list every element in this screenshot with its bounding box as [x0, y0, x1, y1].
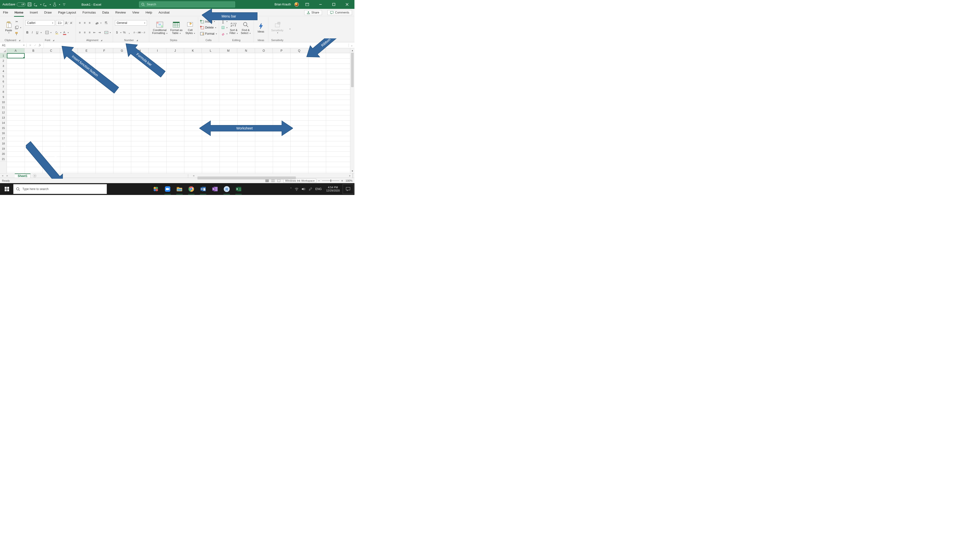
zoom-level[interactable]: 100%: [346, 179, 352, 182]
col-header-A[interactable]: A: [7, 48, 25, 53]
grow-font-icon[interactable]: A˄: [65, 21, 69, 25]
touch-icon[interactable]: [52, 2, 57, 7]
row-header-2[interactable]: 2: [0, 58, 6, 64]
tab-home[interactable]: Home: [14, 10, 24, 15]
scroll-left-icon[interactable]: ◄: [191, 174, 196, 177]
taskbar-chrome[interactable]: [186, 183, 197, 195]
user-avatar[interactable]: [294, 2, 299, 6]
vertical-scrollbar[interactable]: ▲ ▼: [350, 48, 354, 173]
wifi-icon[interactable]: [294, 187, 299, 191]
number-format-select[interactable]: General▾: [115, 20, 147, 26]
row-header-3[interactable]: 3: [0, 64, 6, 69]
copy-button[interactable]: ▾: [15, 26, 21, 30]
align-top-icon[interactable]: ≡: [78, 21, 82, 25]
decrease-decimal-icon[interactable]: .00→.0: [139, 30, 144, 34]
row-header-7[interactable]: 7: [0, 84, 6, 90]
ink-workspace-icon[interactable]: [309, 187, 312, 191]
cells-area[interactable]: [7, 53, 350, 173]
col-header-E[interactable]: E: [78, 48, 96, 53]
active-cell-a1[interactable]: [7, 53, 25, 58]
tray-chevron-icon[interactable]: ˄: [290, 187, 292, 191]
action-center-icon[interactable]: [342, 184, 354, 194]
formula-input[interactable]: [43, 42, 349, 48]
scroll-right-icon[interactable]: ►: [347, 174, 352, 177]
row-header-18[interactable]: 18: [0, 141, 6, 146]
redo-icon[interactable]: [43, 2, 48, 7]
col-header-N[interactable]: N: [237, 48, 255, 53]
column-headers[interactable]: ABCDEFGHIJKLMNOPQR: [7, 48, 350, 53]
select-all-button[interactable]: [0, 48, 7, 53]
insert-function-button[interactable]: fx: [39, 43, 41, 47]
start-button[interactable]: [1, 183, 13, 195]
row-header-17[interactable]: 17: [0, 136, 6, 141]
clear-button[interactable]: ▾: [221, 32, 227, 36]
collapse-ribbon-icon[interactable]: ⌃: [286, 28, 294, 32]
col-header-R[interactable]: R: [308, 48, 326, 53]
underline-button[interactable]: U: [35, 30, 39, 34]
vscroll-thumb[interactable]: [351, 53, 354, 87]
sort-filter-button[interactable]: AZ Sort &Filter ▾: [229, 19, 239, 37]
row-header-11[interactable]: 11: [0, 105, 6, 110]
tab-insert[interactable]: Insert: [29, 10, 38, 15]
percent-icon[interactable]: %: [122, 30, 126, 34]
row-header-19[interactable]: 19: [0, 146, 6, 151]
tab-review[interactable]: Review: [115, 10, 126, 15]
row-header-20[interactable]: 20: [0, 151, 6, 157]
expand-formula-bar-icon[interactable]: ⌄: [349, 43, 354, 47]
row-header-8[interactable]: 8: [0, 90, 6, 94]
decrease-indent-icon[interactable]: ⇤: [93, 30, 96, 34]
row-header-16[interactable]: 16: [0, 131, 6, 136]
new-sheet-button[interactable]: +: [33, 174, 37, 178]
taskbar-app-1[interactable]: [150, 183, 162, 195]
conditional-formatting-button[interactable]: ConditionalFormatting ▾: [151, 19, 168, 37]
format-as-table-button[interactable]: Format asTable ▾: [170, 19, 184, 37]
ideas-button[interactable]: Ideas: [256, 19, 266, 37]
enter-formula-icon[interactable]: ✓: [34, 43, 37, 47]
paste-button[interactable]: Paste▾: [3, 19, 14, 37]
taskbar-onenote[interactable]: N: [209, 183, 221, 195]
col-header-O[interactable]: O: [255, 48, 273, 53]
bold-button[interactable]: B: [26, 30, 29, 34]
row-header-14[interactable]: 14: [0, 120, 6, 126]
col-header-K[interactable]: K: [184, 48, 202, 53]
tab-help[interactable]: Help: [145, 10, 153, 15]
row-headers[interactable]: 123456789101112131415161718192021: [0, 53, 7, 173]
scroll-down-icon[interactable]: ▼: [350, 169, 354, 173]
language-indicator[interactable]: ENG: [315, 187, 322, 191]
row-header-4[interactable]: 4: [0, 69, 6, 74]
col-header-D[interactable]: D: [60, 48, 78, 53]
font-color-icon[interactable]: A: [62, 30, 66, 34]
orientation-icon[interactable]: ab: [95, 21, 99, 25]
minimize-icon[interactable]: [315, 0, 325, 9]
undo-icon[interactable]: [34, 2, 38, 7]
zoom-in-icon[interactable]: +: [341, 179, 343, 182]
align-right-icon[interactable]: ≡: [88, 30, 91, 34]
row-header-10[interactable]: 10: [0, 100, 6, 105]
save-icon[interactable]: [27, 2, 32, 7]
col-header-L[interactable]: L: [202, 48, 219, 53]
tab-acrobat[interactable]: Acrobat: [158, 10, 170, 15]
taskbar-file-explorer[interactable]: [174, 183, 185, 195]
zoom-slider[interactable]: [322, 181, 339, 181]
font-size-select[interactable]: 11▾: [56, 20, 64, 26]
comma-icon[interactable]: ,: [127, 30, 131, 34]
scroll-up-icon[interactable]: ▲: [350, 48, 354, 53]
align-middle-icon[interactable]: ≡: [83, 21, 86, 25]
col-header-Q[interactable]: Q: [290, 48, 308, 53]
name-box[interactable]: A1▾: [0, 43, 27, 47]
taskbar-zoom[interactable]: [162, 183, 173, 195]
insert-cells-button[interactable]: +Insert▾: [200, 19, 217, 24]
row-header-1[interactable]: 1: [0, 53, 6, 58]
taskbar-clock[interactable]: 4:54 PM12/29/2020: [325, 186, 341, 192]
maximize-icon[interactable]: [329, 0, 339, 9]
ribbon-display-icon[interactable]: [302, 0, 312, 9]
col-header-M[interactable]: M: [219, 48, 237, 53]
italic-button[interactable]: I: [30, 30, 34, 34]
prev-sheet-icon[interactable]: ◄: [0, 174, 5, 177]
comments-button[interactable]: Comments: [327, 10, 352, 15]
merge-button[interactable]: ▾: [104, 30, 111, 35]
tab-view[interactable]: View: [132, 10, 139, 15]
share-button[interactable]: Share: [304, 10, 322, 15]
autosave-toggle[interactable]: Off: [17, 2, 26, 6]
sensitivity-button[interactable]: Sensitivity▾: [270, 19, 285, 37]
